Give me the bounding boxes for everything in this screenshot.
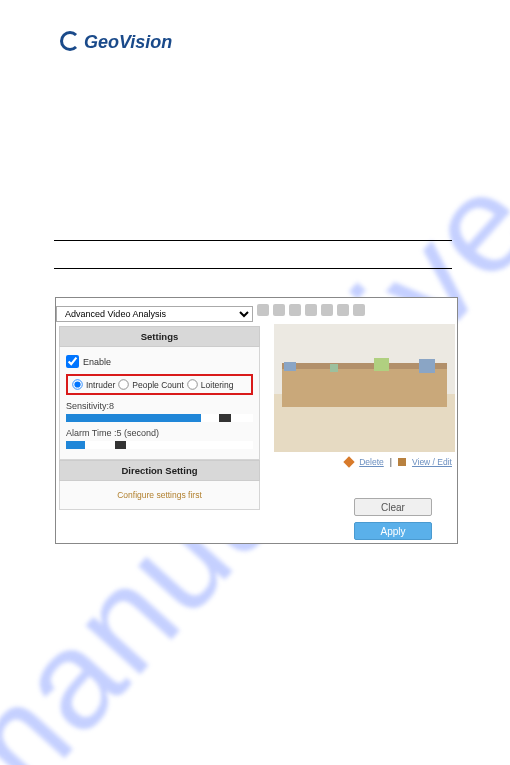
settings-header: Settings bbox=[59, 326, 260, 347]
intruder-radio[interactable] bbox=[72, 379, 82, 389]
view-edit-link[interactable]: View / Edit bbox=[412, 457, 452, 467]
finger-icon[interactable] bbox=[257, 304, 269, 316]
direction-body: Configure settings first bbox=[59, 481, 260, 510]
sensitivity-label: Sensitivity:8 bbox=[66, 401, 253, 411]
settings-panel: Settings Enable Intruder People Coun bbox=[59, 326, 260, 510]
direction-header: Direction Setting bbox=[59, 460, 260, 481]
enable-text: Enable bbox=[83, 357, 111, 367]
mode-dropdown[interactable]: Advanced Video Analysis bbox=[56, 306, 253, 322]
clear-button[interactable]: Clear bbox=[354, 498, 432, 516]
pencil-icon bbox=[398, 458, 406, 466]
enable-label[interactable]: Enable bbox=[66, 355, 253, 368]
snap-icon[interactable] bbox=[337, 304, 349, 316]
intruder-label: Intruder bbox=[86, 380, 115, 390]
ava-type-selector: Intruder People Count Loitering bbox=[66, 374, 253, 395]
link-separator: | bbox=[390, 457, 392, 467]
preview-obj-4 bbox=[374, 358, 389, 371]
divider-top bbox=[54, 240, 452, 241]
intruder-option[interactable]: Intruder bbox=[71, 378, 115, 391]
logo-text: GeoVision bbox=[84, 32, 172, 53]
loitering-option[interactable]: Loitering bbox=[186, 378, 234, 391]
scene-icon[interactable] bbox=[273, 304, 285, 316]
preview-obj-1 bbox=[284, 362, 296, 371]
apply-button[interactable]: Apply bbox=[354, 522, 432, 540]
preview-counter bbox=[282, 369, 447, 407]
zoom-icon[interactable] bbox=[305, 304, 317, 316]
loitering-radio[interactable] bbox=[187, 379, 197, 389]
loitering-label: Loitering bbox=[201, 380, 234, 390]
delete-link[interactable]: Delete bbox=[359, 457, 384, 467]
people-count-radio[interactable] bbox=[119, 379, 129, 389]
divider-bottom bbox=[54, 268, 452, 269]
people-count-option[interactable]: People Count bbox=[117, 378, 184, 391]
video-preview bbox=[274, 324, 455, 452]
enable-checkbox[interactable] bbox=[66, 355, 79, 368]
logo-c-icon bbox=[60, 31, 80, 51]
alarm-time-slider[interactable] bbox=[66, 441, 253, 449]
preview-links: Delete | View / Edit bbox=[345, 457, 452, 467]
save-icon[interactable] bbox=[353, 304, 365, 316]
record-icon[interactable] bbox=[321, 304, 333, 316]
settings-body: Enable Intruder People Count Loitering bbox=[59, 347, 260, 460]
people-count-label: People Count bbox=[132, 380, 184, 390]
alarm-time-label: Alarm Time :5 (second) bbox=[66, 428, 253, 438]
preview-obj-3 bbox=[330, 364, 338, 372]
brand-logo: GeoVision bbox=[60, 28, 172, 53]
ava-settings-figure: Advanced Video Analysis Settings Enable bbox=[55, 297, 458, 544]
direction-message: Configure settings first bbox=[117, 490, 202, 500]
enable-row: Enable bbox=[66, 355, 253, 368]
camera-icon[interactable] bbox=[289, 304, 301, 316]
preview-toolbar bbox=[257, 304, 365, 316]
preview-obj-2 bbox=[419, 359, 435, 373]
sensitivity-slider[interactable] bbox=[66, 414, 253, 422]
pin-icon bbox=[344, 456, 355, 467]
